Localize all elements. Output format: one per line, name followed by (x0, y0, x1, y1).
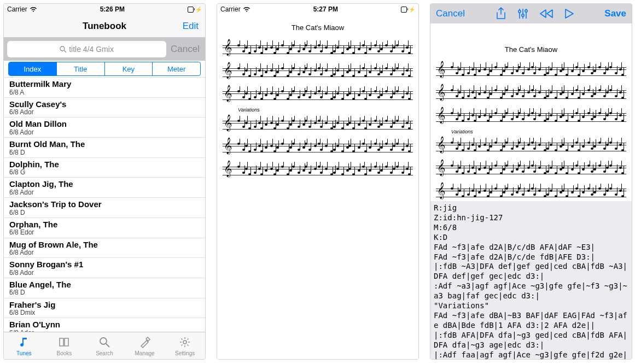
carrier-label: Carrier (7, 5, 27, 13)
tune-meta: 6/8 D (9, 149, 200, 156)
tune-title: Brian O'Lynn (9, 320, 200, 330)
tune-meta: 6/8 A (9, 89, 200, 96)
battery-icon: ⚡ (401, 6, 415, 13)
piece-title: The Cat's Miaow (223, 24, 413, 32)
tune-meta: 6/8 D (9, 209, 200, 216)
svg-point-7 (525, 10, 527, 12)
magnifier-icon (97, 335, 112, 349)
list-item[interactable]: Buttermilk Mary6/8 A (4, 78, 205, 98)
svg-point-0 (60, 46, 65, 51)
list-item[interactable]: Brian O'Lynn6/8 Ador (4, 318, 205, 332)
page-title: Tunebook (38, 21, 171, 32)
staff-line: 𝄞 (436, 85, 626, 103)
staff-line: 𝄞 (223, 63, 413, 81)
save-button[interactable]: Save (604, 8, 626, 19)
segmented-control: Index Title Key Meter (8, 62, 201, 76)
staff-line: 𝄞 (436, 62, 626, 80)
carrier-label: Carrier (220, 5, 241, 13)
list-item[interactable]: Jackson's Trip to Dover6/8 D (4, 198, 205, 218)
tune-meta: 6/8 Dmix (9, 309, 200, 316)
list-item[interactable]: Burnt Old Man, The6/8 D (4, 138, 205, 158)
variations-label: Variations (223, 107, 413, 113)
staff-line: 𝄞 (223, 86, 413, 104)
edit-button[interactable]: Edit (171, 21, 199, 32)
svg-point-6 (521, 14, 523, 16)
list-item[interactable]: Orphan, The6/8 Edor (4, 218, 205, 238)
tune-meta: 6/8 Ador (9, 269, 200, 277)
piece-title: The Cat's Miaow (436, 45, 626, 54)
abc-notation-editor[interactable]: R:jig Z:id:hn-jig-127 M:6/8 K:D FAd ~f3|… (430, 201, 632, 359)
tune-title: Fraher's Jig (9, 301, 200, 310)
play-icon[interactable] (564, 8, 574, 19)
sheet-music-preview[interactable]: The Cat's Miaow 𝄞𝄞𝄞Variations𝄞𝄞𝄞 (430, 24, 632, 201)
tab-search[interactable]: Search (84, 332, 125, 359)
battery-icon: ⚡ (188, 6, 202, 13)
segment-index[interactable]: Index (9, 62, 57, 75)
tune-meta: 6/8 Edor (9, 229, 200, 236)
list-item[interactable]: Sonny Brogan's #16/8 Ador (4, 258, 205, 278)
search-placeholder: title 4/4 Gmix (69, 45, 114, 54)
staff-line: 𝄞 (223, 116, 413, 133)
search-bar: title 4/4 Gmix Cancel (4, 38, 205, 61)
search-cancel-button[interactable]: Cancel (171, 44, 202, 55)
tune-title: Old Man Dillon (9, 120, 200, 129)
tab-settings[interactable]: Settings (165, 332, 205, 359)
tune-title: Clapton Jig, The (9, 180, 200, 189)
rewind-icon[interactable] (539, 9, 553, 19)
tune-title: Dolphin, The (9, 160, 200, 169)
segment-meter[interactable]: Meter (153, 62, 200, 75)
variations-label: Variations (436, 129, 626, 134)
staff-line: 𝄞 (436, 184, 626, 201)
list-item[interactable]: Old Man Dillon6/8 Ador (4, 118, 205, 138)
tab-bar: Tunes Books Search Manage Settings (4, 332, 205, 359)
list-item[interactable]: Blue Angel, The6/8 D (4, 278, 205, 298)
tune-meta: 6/8 Ador (9, 129, 200, 136)
tune-title: Scully Casey's (9, 100, 200, 109)
sliders-icon[interactable] (517, 8, 528, 20)
tune-meta: 6/8 Ador (9, 189, 200, 196)
list-item[interactable]: Dolphin, The6/8 G (4, 158, 205, 178)
staff-line: 𝄞 (223, 40, 413, 58)
staff-line: 𝄞 (436, 108, 626, 126)
time-label: 5:27 PM (313, 5, 338, 13)
status-bar: Carrier 5:27 PM ⚡ (217, 4, 418, 15)
tune-title: Burnt Old Man, The (9, 140, 200, 149)
segment-key[interactable]: Key (105, 62, 153, 75)
time-label: 5:26 PM (100, 5, 125, 13)
staff-line: 𝄞 (223, 162, 413, 179)
segment-title[interactable]: Title (57, 62, 105, 75)
svg-line-3 (106, 344, 109, 347)
tune-title: Jackson's Trip to Dover (9, 200, 200, 209)
svg-line-1 (64, 50, 66, 52)
music-note-icon (17, 335, 31, 349)
list-item[interactable]: Fraher's Jig6/8 Dmix (4, 298, 205, 319)
tools-icon (138, 335, 152, 349)
tune-list[interactable]: Buttermilk Mary6/8 AScully Casey's6/8 Ad… (4, 77, 205, 332)
tab-manage[interactable]: Manage (125, 332, 165, 359)
tune-meta: 6/8 D (9, 289, 200, 296)
tune-meta: 6/8 G (9, 169, 200, 176)
tune-title: Buttermilk Mary (9, 80, 200, 89)
tab-books[interactable]: Books (44, 332, 85, 359)
edit-toolbar: Cancel Save (430, 4, 632, 24)
list-item[interactable]: Scully Casey's6/8 Ador (4, 98, 205, 118)
staff-line: 𝄞 (223, 139, 413, 156)
cancel-button[interactable]: Cancel (436, 8, 465, 19)
svg-point-5 (518, 10, 520, 13)
screen-tune-edit: Cancel Save The Cat's Miaow 𝄞𝄞𝄞Variation… (430, 3, 632, 360)
list-item[interactable]: Mug of Brown Ale, The6/8 Ador (4, 238, 205, 259)
magnifier-icon (60, 46, 67, 53)
search-input[interactable]: title 4/4 Gmix (7, 41, 166, 57)
staff-line: 𝄞 (436, 138, 626, 155)
gear-icon (178, 335, 192, 349)
list-item[interactable]: Clapton Jig, The6/8 Ador (4, 178, 205, 198)
tab-tunes[interactable]: Tunes (4, 332, 44, 359)
svg-point-4 (183, 340, 187, 344)
tune-title: Blue Angel, The (9, 280, 200, 290)
wifi-icon (243, 7, 250, 12)
staff-line: 𝄞 (436, 161, 626, 178)
sheet-music-view[interactable]: The Cat's Miaow 𝄞𝄞𝄞Variations𝄞𝄞𝄞 (217, 15, 418, 359)
screen-tunebook-list: Carrier 5:26 PM ⚡ Tunebook Edit title 4/… (3, 3, 206, 360)
share-icon[interactable] (496, 7, 506, 20)
tune-title: Orphan, The (9, 220, 200, 230)
